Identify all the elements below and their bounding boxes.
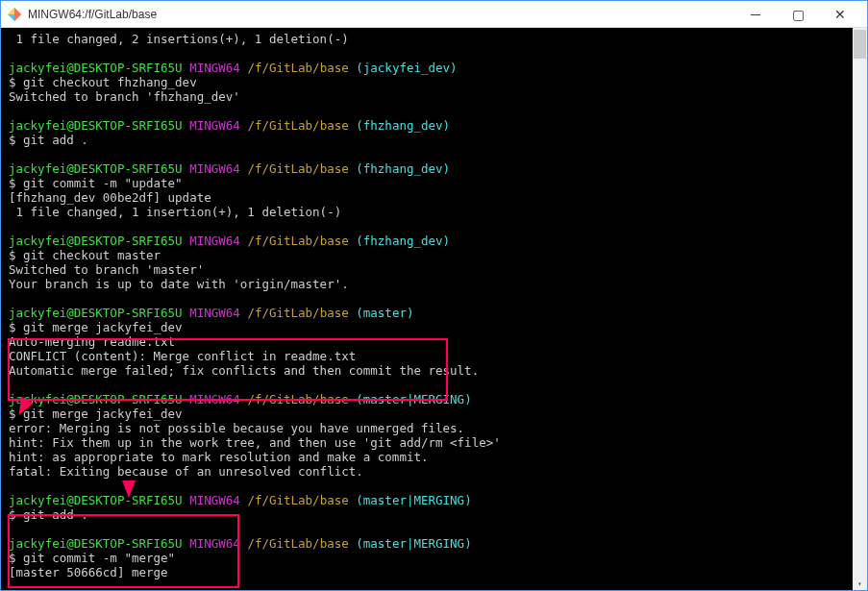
command-line: $ git merge jackyfei_dev [9,406,859,421]
terminal[interactable]: 1 file changed, 2 insertions(+), 1 delet… [1,28,867,591]
minimize-button[interactable]: ─ [734,1,777,28]
command-line: $ git add . [9,507,859,522]
command-line: $ git commit -m "update" [9,176,859,190]
prompt-line: jackyfei@DESKTOP-SRFI65U MINGW64 /f/GitL… [9,493,859,507]
output-line: 1 file changed, 2 insertions(+), 1 delet… [9,32,859,46]
scrollbar-thumb[interactable] [854,30,866,59]
prompt-line: jackyfei@DESKTOP-SRFI65U MINGW64 /f/GitL… [9,118,859,133]
window-title: MINGW64:/f/GitLab/base [28,8,734,21]
blank-line [9,219,859,234]
blank-line [9,378,859,392]
window-controls: ─ ▢ ✕ [734,1,861,28]
output-line: [master 50666cd] merge [9,565,859,579]
command-line: $ git checkout master [9,248,859,262]
blank-line [9,46,859,61]
output-line: Your branch is up to date with 'origin/m… [9,277,859,291]
vertical-scrollbar[interactable]: ▴ ▾ [853,28,867,591]
close-button[interactable]: ✕ [819,1,861,28]
blank-line [9,479,859,493]
blank-line [9,522,859,536]
output-line: hint: as appropriate to mark resolution … [9,450,859,464]
output-line: Switched to branch 'master' [9,262,859,277]
command-line: $ git commit -m "merge" [9,551,859,565]
blank-line [9,291,859,306]
scroll-down-icon[interactable]: ▾ [853,577,867,591]
output-line: hint: Fix them up in the work tree, and … [9,435,859,450]
prompt-line: jackyfei@DESKTOP-SRFI65U MINGW64 /f/GitL… [9,234,859,248]
prompt-line: jackyfei@DESKTOP-SRFI65U MINGW64 /f/GitL… [9,536,859,551]
command-line: $ git checkout fhzhang_dev [9,75,859,89]
output-line: Switched to branch 'fhzhang_dev' [9,89,859,104]
output-line: Auto-merging readme.txt [9,334,859,349]
app-icon [7,7,22,22]
window-titlebar: MINGW64:/f/GitLab/base ─ ▢ ✕ [1,1,867,28]
prompt-line: jackyfei@DESKTOP-SRFI65U MINGW64 /f/GitL… [9,61,859,75]
blank-line [9,579,859,591]
output-line: [fhzhang_dev 00be2df] update [9,190,859,205]
svg-marker-2 [8,8,14,14]
output-line: fatal: Exiting because of an unresolved … [9,464,859,479]
maximize-button[interactable]: ▢ [777,1,819,28]
output-line: CONFLICT (content): Merge conflict in re… [9,349,859,363]
output-line: 1 file changed, 1 insertion(+), 1 deleti… [9,205,859,219]
blank-line [9,104,859,118]
output-line: Automatic merge failed; fix conflicts an… [9,363,859,378]
prompt-line: jackyfei@DESKTOP-SRFI65U MINGW64 /f/GitL… [9,392,859,406]
command-line: $ git add . [9,133,859,147]
prompt-line: jackyfei@DESKTOP-SRFI65U MINGW64 /f/GitL… [9,161,859,176]
blank-line [9,147,859,161]
prompt-line: jackyfei@DESKTOP-SRFI65U MINGW64 /f/GitL… [9,306,859,320]
output-line: error: Merging is not possible because y… [9,421,859,435]
command-line: $ git merge jackyfei_dev [9,320,859,334]
svg-marker-1 [14,8,21,21]
arrow-annotation-2 [122,480,136,498]
